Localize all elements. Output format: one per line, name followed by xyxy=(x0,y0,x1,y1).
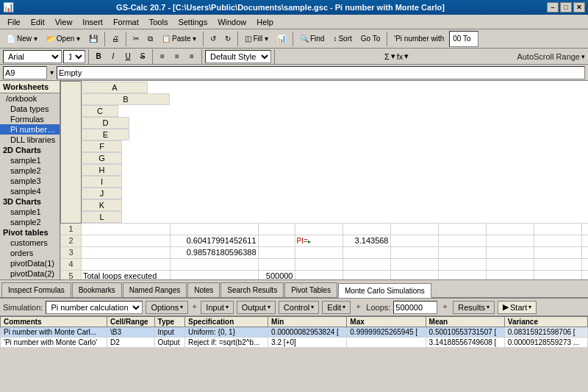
menu-insert[interactable]: Insert xyxy=(78,16,107,28)
cell-reference-box[interactable]: A9 xyxy=(3,66,47,79)
align-left-button[interactable]: ≡ xyxy=(156,50,169,63)
cell-a2[interactable] xyxy=(82,235,171,246)
bold-button[interactable]: B xyxy=(92,50,105,63)
col-header-i[interactable]: I xyxy=(82,176,122,188)
goto-button[interactable]: Go To xyxy=(357,31,384,47)
cell-d3[interactable] xyxy=(295,246,343,258)
col-header-k[interactable]: K xyxy=(82,199,122,211)
cell-f5[interactable] xyxy=(390,270,438,279)
copy-button[interactable]: ⧉ xyxy=(144,31,157,47)
col-header-d[interactable]: D xyxy=(82,117,129,129)
cell-c1[interactable] xyxy=(258,223,295,235)
cell-i5[interactable] xyxy=(534,270,581,279)
cell-g2[interactable] xyxy=(438,235,486,246)
sidebar-item-3d-sample2[interactable]: sample2 xyxy=(0,217,60,227)
cell-g5[interactable] xyxy=(438,270,486,279)
sidebar-item-orders[interactable]: orders xyxy=(0,248,60,258)
cell-i2[interactable] xyxy=(534,235,581,246)
named-range-button[interactable]: 'Pi number with xyxy=(390,31,448,47)
redo-button[interactable]: ↻ xyxy=(221,31,234,47)
cell-j2[interactable] xyxy=(581,235,588,246)
strikethrough-button[interactable]: S xyxy=(136,50,149,63)
results-button[interactable]: Results ▾ xyxy=(453,301,495,314)
tab-named-ranges[interactable]: Named Ranges xyxy=(123,282,187,297)
sidebar-item-pinumber[interactable]: Pi number with M xyxy=(0,124,60,135)
goto-box[interactable]: 00 To xyxy=(449,31,478,47)
menu-edit[interactable]: Edit xyxy=(26,16,49,28)
sidebar-section-2dcharts[interactable]: 2D Charts xyxy=(0,145,60,155)
input-button[interactable]: Input ▾ xyxy=(201,301,233,314)
chart-button[interactable]: 📊 xyxy=(273,31,290,47)
table-row[interactable]: 'Pi number with Monte Carlo' D2 Output R… xyxy=(1,338,588,348)
find-button[interactable]: 🔍Find xyxy=(296,31,328,47)
minimize-button[interactable]: – xyxy=(547,2,559,13)
fx-symbol[interactable]: fx xyxy=(397,52,404,61)
col-header-b[interactable]: B xyxy=(82,93,170,105)
cell-h1[interactable] xyxy=(486,223,534,235)
sidebar-item-2d-sample1[interactable]: sample1 xyxy=(0,155,60,165)
menu-settings[interactable]: Settings xyxy=(173,16,212,28)
start-button[interactable]: ▶ Start ▾ xyxy=(498,301,537,314)
print-button[interactable]: 🖨 xyxy=(108,31,123,47)
cell-a4[interactable] xyxy=(82,258,171,270)
control-button[interactable]: Control ▾ xyxy=(279,301,319,314)
new-button[interactable]: 📄New ▾ xyxy=(3,31,41,47)
cell-b4[interactable] xyxy=(170,258,258,270)
cell-h5[interactable] xyxy=(486,270,534,279)
table-row[interactable]: Pi number with Monte Carl... \B3 Input U… xyxy=(1,327,588,338)
cell-e2[interactable]: 3.143568 xyxy=(343,235,390,246)
cell-d4[interactable] xyxy=(295,258,343,270)
cell-a5[interactable]: Total loops executed xyxy=(82,270,171,279)
cell-e3[interactable] xyxy=(343,246,390,258)
cell-g1[interactable] xyxy=(438,223,486,235)
maximize-button[interactable]: □ xyxy=(560,2,572,13)
col-header-g[interactable]: G xyxy=(82,152,122,164)
options-button[interactable]: Options ▾ xyxy=(146,301,188,314)
cell-e4[interactable] xyxy=(343,258,390,270)
cell-e1[interactable] xyxy=(343,223,390,235)
sidebar-item-dll[interactable]: DLL libraries xyxy=(0,135,60,145)
align-center-button[interactable]: ≡ xyxy=(171,50,184,63)
sidebar-item-datatypes[interactable]: Data types xyxy=(0,104,60,114)
cell-h3[interactable] xyxy=(486,246,534,258)
cell-g4[interactable] xyxy=(438,258,486,270)
paste-button[interactable]: 📋Paste ▾ xyxy=(158,31,200,47)
save-button[interactable]: 💾 xyxy=(85,31,101,47)
cell-f3[interactable] xyxy=(390,246,438,258)
cell-i4[interactable] xyxy=(534,258,581,270)
sidebar-item-pivot3[interactable]: pivotData(3) xyxy=(0,279,60,279)
close-button[interactable]: ✕ xyxy=(573,2,585,13)
cut-button[interactable]: ✂ xyxy=(129,31,143,47)
grid-container[interactable]: A B C D E F G H I J K L xyxy=(60,81,588,279)
cell-i3[interactable] xyxy=(534,246,581,258)
sidebar-item-workbook[interactable]: /orkbook xyxy=(0,93,60,104)
tab-pivot-tables[interactable]: Pivot Tables xyxy=(284,282,337,297)
output-button[interactable]: Output ▾ xyxy=(237,301,276,314)
font-name-select[interactable]: Arial xyxy=(3,50,62,63)
menu-window[interactable]: Window xyxy=(213,16,251,28)
formula-input[interactable] xyxy=(57,66,585,79)
cell-e5[interactable] xyxy=(343,270,390,279)
simulation-select[interactable]: Pi number calculation xyxy=(46,301,143,314)
sidebar-item-formulas[interactable]: Formulas xyxy=(0,114,60,124)
sort-button[interactable]: ↕Sort xyxy=(329,31,355,47)
sidebar-item-customers[interactable]: customers xyxy=(0,238,60,248)
cell-b1[interactable] xyxy=(170,223,258,235)
cell-d1[interactable] xyxy=(295,223,343,235)
cell-c2[interactable] xyxy=(258,235,295,246)
menu-tools[interactable]: Tools xyxy=(145,16,173,28)
cell-h4[interactable] xyxy=(486,258,534,270)
sidebar-item-2d-sample4[interactable]: sample4 xyxy=(0,186,60,196)
cell-j4[interactable] xyxy=(581,258,588,270)
cell-c5[interactable]: 500000 xyxy=(258,270,295,279)
cell-b5[interactable] xyxy=(170,270,258,279)
cell-j5[interactable] xyxy=(581,270,588,279)
tab-search-results[interactable]: Search Results xyxy=(220,282,284,297)
autosum-symbol[interactable]: Σ xyxy=(384,52,390,61)
cell-j1[interactable] xyxy=(581,223,588,235)
sidebar-section-pivottables[interactable]: Pivot tables xyxy=(0,227,60,238)
font-size-select[interactable]: 10 xyxy=(63,50,85,63)
menu-format[interactable]: Format xyxy=(109,16,143,28)
cell-b3[interactable]: 0.98578180596388 xyxy=(170,246,258,258)
undo-button[interactable]: ↺ xyxy=(207,31,220,47)
